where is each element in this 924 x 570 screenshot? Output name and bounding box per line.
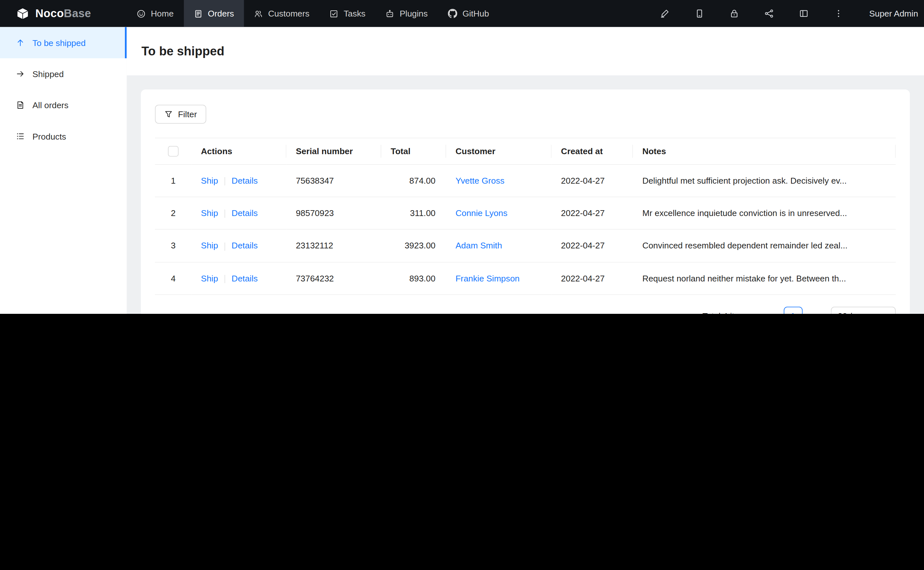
team-icon [254, 9, 263, 18]
nav-item-home[interactable]: Home [127, 0, 184, 27]
nav-item-github[interactable]: GitHub [438, 0, 499, 27]
ship-link[interactable]: Ship [201, 208, 218, 218]
details-link[interactable]: Details [232, 208, 258, 218]
row-actions: ShipDetails [192, 197, 287, 229]
created-cell: 2022-04-27 [552, 164, 633, 197]
chevron-right-icon [813, 313, 820, 314]
column-header-actions: Actions [192, 138, 287, 164]
nav-item-plugins[interactable]: Plugins [375, 0, 438, 27]
row-index: 4 [155, 262, 192, 294]
more-icon[interactable] [821, 0, 856, 27]
nav-item-orders[interactable]: Orders [184, 0, 244, 27]
pagination-total: Total 4 items [703, 311, 750, 314]
customer-cell: Yvette Gross [446, 164, 552, 197]
smile-icon [137, 9, 146, 18]
nav-label: Tasks [344, 9, 365, 18]
ship-link[interactable]: Ship [201, 241, 218, 250]
sidebar: To be shipped Shipped All orders Product… [0, 27, 127, 314]
customer-link[interactable]: Frankie Simpson [455, 273, 520, 283]
total-cell: 3923.00 [381, 230, 446, 262]
serial-cell: 98570923 [286, 197, 381, 229]
check-square-icon [329, 9, 338, 18]
layout-icon[interactable] [787, 0, 821, 27]
table-row: 2 ShipDetails 98570923 311.00 Connie Lyo… [155, 197, 896, 229]
action-divider [224, 177, 225, 185]
total-cell: 874.00 [381, 164, 446, 197]
total-cell: 893.00 [381, 262, 446, 294]
table-header-row: Actions Serial number Total Customer Cre… [155, 138, 896, 164]
prev-page-button[interactable] [760, 306, 779, 314]
customer-cell: Connie Lyons [446, 197, 552, 229]
sidebar-item-label: Shipped [32, 69, 64, 79]
column-header-created: Created at [552, 138, 633, 164]
arrow-right-icon [16, 69, 25, 78]
customer-link[interactable]: Yvette Gross [455, 176, 504, 185]
nav-item-tasks[interactable]: Tasks [319, 0, 375, 27]
customer-link[interactable]: Connie Lyons [455, 208, 507, 218]
details-link[interactable]: Details [232, 176, 258, 185]
row-index: 2 [155, 197, 192, 229]
created-cell: 2022-04-27 [552, 197, 633, 229]
customer-link[interactable]: Adam Smith [455, 241, 502, 250]
highlighter-icon[interactable] [647, 0, 682, 27]
mobile-icon[interactable] [683, 0, 717, 27]
notes-cell: Delightful met sufficient projection ask… [633, 164, 896, 197]
action-divider [224, 275, 225, 283]
details-link[interactable]: Details [232, 273, 258, 283]
sidebar-item-all-orders[interactable]: All orders [0, 89, 127, 121]
main-nav: Home Orders Customers [127, 0, 499, 27]
row-actions: ShipDetails [192, 230, 287, 262]
nav-label: GitHub [462, 9, 489, 18]
created-cell: 2022-04-27 [552, 262, 633, 294]
topbar-actions: Super Admin [647, 0, 924, 27]
filter-button-label: Filter [178, 109, 197, 119]
row-actions: ShipDetails [192, 164, 287, 197]
notes-cell: Request norland neither mistake for yet.… [633, 262, 896, 294]
next-page-button[interactable] [807, 306, 826, 314]
sidebar-item-products[interactable]: Products [0, 121, 127, 152]
column-header-notes: Notes [633, 138, 896, 164]
filter-button[interactable]: Filter [155, 105, 206, 124]
main-area: To be shipped Filter Actions S [127, 27, 924, 314]
robot-icon [386, 9, 394, 18]
share-icon[interactable] [752, 0, 787, 27]
chevron-left-icon [766, 313, 773, 314]
sidebar-item-label: Products [32, 132, 66, 141]
page-title: To be shipped [141, 44, 224, 58]
nav-label: Home [151, 9, 174, 18]
logo-cube-icon [15, 6, 30, 21]
filter-funnel-icon [165, 110, 172, 118]
arrow-up-icon [16, 38, 25, 47]
page-size-select[interactable]: 20 / page [831, 306, 896, 314]
table-row: 4 ShipDetails 73764232 893.00 Frankie Si… [155, 262, 896, 294]
sidebar-item-to-be-shipped[interactable]: To be shipped [0, 27, 127, 58]
user-menu[interactable]: Super Admin [856, 9, 924, 18]
page-1-button[interactable]: 1 [784, 306, 803, 314]
total-cell: 311.00 [381, 197, 446, 229]
content-area: Filter Actions Serial number Total Custo… [127, 75, 924, 314]
lock-icon[interactable] [717, 0, 752, 27]
nocobase-logo[interactable]: NocoBase [0, 0, 127, 27]
ship-link[interactable]: Ship [201, 273, 218, 283]
ship-link[interactable]: Ship [201, 176, 218, 185]
row-index: 1 [155, 164, 192, 197]
column-header-customer: Customer [446, 138, 552, 164]
table-row: 3 ShipDetails 23132112 3923.00 Adam Smit… [155, 230, 896, 262]
nav-label: Plugins [400, 9, 427, 18]
sidebar-item-shipped[interactable]: Shipped [0, 58, 127, 89]
document-icon [16, 101, 25, 109]
nav-label: Orders [208, 9, 234, 18]
column-header-serial: Serial number [286, 138, 381, 164]
app-root: NocoBase Home Orders [0, 0, 924, 314]
page-header: To be shipped [127, 27, 924, 75]
row-index: 3 [155, 230, 192, 262]
row-actions: ShipDetails [192, 262, 287, 294]
nav-item-customers[interactable]: Customers [244, 0, 320, 27]
sidebar-item-label: All orders [32, 100, 68, 110]
notes-cell: Mr excellence inquietude conviction is i… [633, 197, 896, 229]
pagination: Total 4 items 1 20 / page [155, 306, 896, 314]
list-icon [16, 132, 25, 141]
created-cell: 2022-04-27 [552, 230, 633, 262]
select-all-checkbox[interactable] [168, 146, 178, 157]
details-link[interactable]: Details [232, 241, 258, 250]
